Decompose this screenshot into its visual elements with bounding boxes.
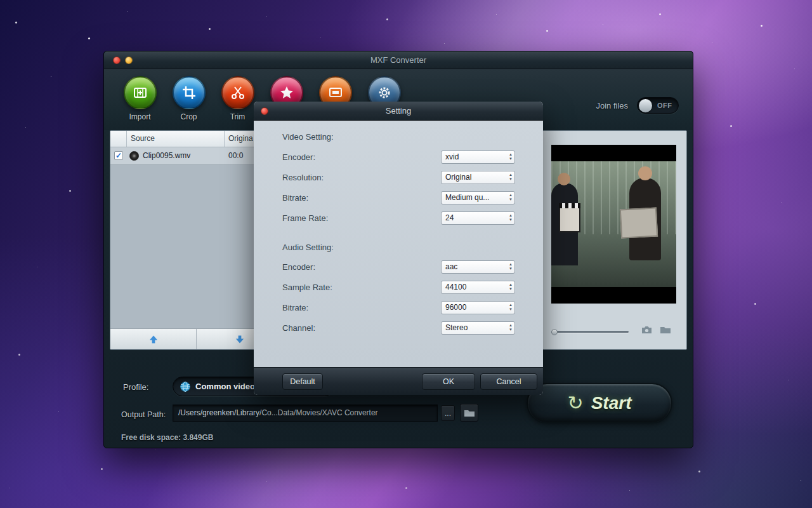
join-files-toggle[interactable]: OFF	[637, 97, 679, 114]
minimize-button[interactable]	[125, 57, 133, 64]
scissors-icon	[221, 76, 254, 109]
channel-select[interactable]: Stereo ▲▼	[441, 321, 515, 335]
toolbar-label-trim: Trim	[230, 112, 246, 121]
seek-slider-track[interactable]	[553, 331, 629, 333]
row-checkbox[interactable]: ✓	[114, 151, 123, 160]
held-sign	[620, 208, 658, 239]
sample-rate-label: Sample Rate:	[282, 283, 332, 292]
toolbar-button-import[interactable]: Import	[115, 69, 164, 121]
output-path-field[interactable]: /Users/greenken/Library/Co...Data/Movies…	[173, 404, 438, 422]
seek-slider-knob[interactable]	[551, 329, 558, 335]
column-checkbox	[110, 131, 127, 147]
column-source: Source	[127, 131, 225, 147]
video-bitrate-label: Bitrate:	[282, 193, 308, 203]
camera-icon	[641, 326, 652, 334]
cancel-button[interactable]: Cancel	[480, 373, 537, 390]
dialog-body: Video Setting: Encoder: xvid ▲▼ Resoluti…	[254, 121, 543, 367]
toolbar-label-import: Import	[129, 112, 150, 121]
resolution-label: Resolution:	[282, 173, 324, 182]
import-icon	[124, 76, 157, 109]
window-title: MXF Converter	[104, 51, 693, 69]
arrow-up-icon	[148, 335, 159, 344]
stepper-icon: ▲▼	[509, 283, 513, 291]
start-label: Start	[591, 393, 632, 413]
stepper-icon: ▲▼	[509, 262, 513, 271]
sample-rate-select[interactable]: 44100 ▲▼	[441, 281, 515, 294]
move-up-button[interactable]	[110, 329, 197, 349]
dialog-close-button[interactable]	[261, 107, 268, 115]
free-disk-space: Free disk space: 3.849GB	[121, 433, 213, 442]
desktop-stars	[0, 0, 1, 1]
stepper-icon: ▲▼	[509, 152, 513, 161]
frame-rate-label: Frame Rate:	[282, 213, 328, 223]
profile-value: Common video	[195, 382, 255, 391]
stepper-icon: ▲▼	[509, 213, 513, 222]
folder-icon	[464, 409, 475, 417]
resolution-select[interactable]: Original ▲▼	[441, 171, 515, 184]
toggle-knob	[639, 99, 652, 112]
profile-label: Profile:	[123, 382, 148, 392]
audio-bitrate-label: Bitrate:	[282, 303, 308, 312]
ok-button[interactable]: OK	[422, 373, 475, 390]
stepper-icon: ▲▼	[509, 173, 513, 182]
crop-icon	[173, 76, 206, 109]
audio-encoder-label: Encoder:	[282, 262, 315, 272]
video-file-icon	[129, 151, 139, 161]
setting-dialog: Setting Video Setting: Encoder: xvid ▲▼ …	[254, 102, 543, 395]
audio-setting-section-label: Audio Setting:	[282, 243, 334, 252]
video-bitrate-select[interactable]: Medium qu... ▲▼	[441, 191, 515, 204]
folder-icon	[660, 326, 671, 334]
stepper-icon: ▲▼	[509, 193, 513, 202]
toolbar-button-crop[interactable]: Crop	[164, 69, 213, 121]
preview-pane	[542, 131, 686, 349]
join-files-label: Join files	[596, 101, 628, 110]
dialog-titlebar[interactable]: Setting	[254, 102, 543, 121]
toolbar-label-crop: Crop	[180, 112, 197, 121]
dialog-footer: Default OK Cancel	[254, 367, 543, 395]
dialog-title: Setting	[254, 102, 543, 121]
open-snapshot-folder-button[interactable]	[660, 325, 671, 337]
video-preview	[551, 145, 676, 304]
refresh-icon: ↻	[568, 394, 584, 413]
stepper-icon: ▲▼	[509, 303, 513, 312]
video-encoder-select[interactable]: xvid ▲▼	[441, 150, 515, 164]
video-setting-section-label: Video Setting:	[282, 132, 334, 142]
audio-bitrate-select[interactable]: 96000 ▲▼	[441, 301, 515, 314]
stepper-icon: ▲▼	[509, 323, 513, 332]
arrow-down-icon	[235, 335, 245, 344]
window-titlebar[interactable]: MXF Converter	[104, 51, 693, 69]
browse-button[interactable]: ...	[441, 405, 455, 421]
audio-encoder-select[interactable]: aac ▲▼	[441, 260, 515, 274]
globe-icon	[180, 381, 191, 392]
channel-label: Channel:	[282, 323, 315, 333]
toggle-state-label: OFF	[657, 102, 672, 109]
default-button[interactable]: Default	[282, 373, 323, 390]
output-path-label: Output Path:	[121, 410, 166, 419]
open-output-folder-button[interactable]	[460, 404, 478, 422]
desktop: MXF Converter Import Crop	[0, 0, 812, 508]
video-frame	[551, 161, 676, 287]
start-button[interactable]: ↻ Start	[527, 383, 672, 424]
close-button[interactable]	[113, 57, 121, 64]
snapshot-button[interactable]	[641, 325, 652, 337]
clapperboard	[559, 203, 580, 232]
file-name: Clip0095.wmv	[143, 151, 190, 160]
video-encoder-label: Encoder:	[282, 152, 315, 162]
frame-rate-select[interactable]: 24 ▲▼	[441, 211, 515, 225]
